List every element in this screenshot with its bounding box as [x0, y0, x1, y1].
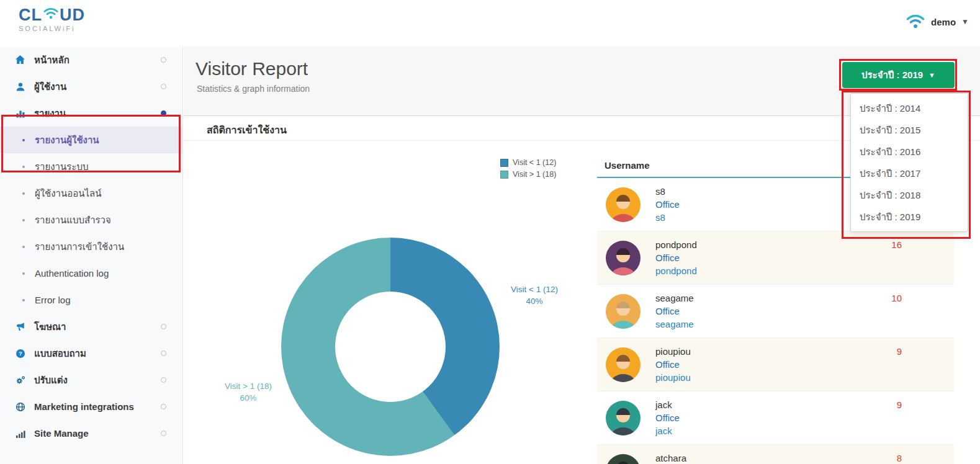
year-dropdown-menu: ประจำปี : 2014 ประจำปี : 2015 ประจำปี : … [850, 93, 968, 232]
sidebar-subitem-user-report[interactable]: รายงานผู้ใช้งาน [0, 127, 182, 153]
year-option-2016[interactable]: ประจำปี : 2016 [851, 141, 968, 163]
sidebar-subitem-label: รายงานผู้ใช้งาน [35, 133, 99, 148]
sidebar-item-questionnaire[interactable]: ? แบบสอบถาม [0, 340, 182, 367]
radio-indicator-icon [161, 84, 166, 89]
table-row[interactable]: pioupiou Office pioupiou 9 [597, 338, 954, 391]
avatar [606, 454, 641, 464]
sidebar-subitem-error-log[interactable]: Error log [0, 287, 182, 313]
row-count: 9 [897, 346, 902, 357]
row-name: pioupiou [655, 345, 691, 358]
bullet-icon [22, 299, 25, 301]
radio-indicator-icon [161, 404, 166, 409]
sidebar-item-label: หน้าหลัก [34, 53, 70, 68]
user-menu[interactable]: demo ▼ [906, 12, 969, 31]
svg-text:?: ? [19, 350, 22, 357]
chevron-down-icon: ▼ [961, 17, 969, 26]
year-option-2014[interactable]: ประจำปี : 2014 [851, 97, 968, 119]
year-filter-label: ประจำปี : 2019 [861, 68, 923, 83]
radio-indicator-icon [161, 57, 166, 63]
avatar [606, 294, 641, 329]
avatar [606, 347, 641, 382]
row-name: seagame [655, 292, 694, 305]
row-org: Office [655, 411, 680, 424]
sidebar-item-label: ผู้ใช้งาน [34, 79, 66, 94]
radio-indicator-icon [161, 350, 166, 356]
row-name: jack [655, 398, 680, 411]
chart-legend: Visit < 1 (12) Visit > 1 (18) [500, 158, 556, 182]
slice-percent: 40% [497, 295, 572, 307]
table-row[interactable]: seagame Office seagame 10 [597, 285, 954, 338]
year-option-2019[interactable]: ประจำปี : 2019 [851, 206, 968, 228]
brand-logo[interactable]: CL UD SOCIALWiFi [19, 6, 85, 32]
signal-bars-icon [15, 428, 25, 439]
year-filter-button[interactable]: ประจำปี : 2019 ▼ [842, 62, 955, 88]
row-username: pondpond [655, 264, 697, 277]
sidebar-subitem-system-report[interactable]: รายงานระบบ [0, 153, 182, 180]
bullet-icon [22, 166, 25, 168]
avatar [606, 401, 641, 435]
legend-item: Visit > 1 (18) [500, 170, 556, 179]
slice-label-visit-gt1: Visit > 1 (18) 60% [214, 380, 283, 404]
sidebar-nav: หน้าหลัก ผู้ใช้งาน รายงาน รายงานผู้ใช้งา… [0, 47, 183, 464]
user-name: demo [931, 17, 956, 27]
row-name: atchara [655, 452, 686, 464]
sidebar-subitem-label: ผู้ใช้งานออนไลน์ [35, 186, 102, 201]
sidebar-item-reports[interactable]: รายงาน [0, 100, 182, 127]
sidebar-subitem-authentication-log[interactable]: Authentication log [0, 260, 182, 287]
sidebar-item-label: รายงาน [34, 106, 66, 121]
row-name: s8 [655, 185, 680, 198]
app-root: CL UD SOCIALWiFi d [0, 0, 980, 464]
sidebar-item-settings[interactable]: ปรับแต่ง [0, 367, 182, 393]
page-subtitle: Statistics & graph information [197, 84, 310, 94]
year-option-2018[interactable]: ประจำปี : 2018 [851, 184, 968, 206]
table-row[interactable]: atchara 8 [597, 445, 954, 464]
sidebar-item-home[interactable]: หน้าหลัก [0, 47, 182, 73]
logo-subtitle: SOCIALWiFi [19, 25, 85, 32]
radio-indicator-icon [161, 324, 166, 329]
radio-indicator-filled-icon [161, 110, 166, 116]
bar-chart-icon [15, 108, 25, 118]
row-username: s8 [655, 211, 680, 224]
sidebar-item-ads[interactable]: โฆษณา [0, 313, 182, 340]
sidebar-item-label: โฆษณา [34, 319, 66, 334]
megaphone-icon [15, 321, 25, 332]
bullet-icon [22, 139, 25, 141]
sidebar-subitem-online-users[interactable]: ผู้ใช้งานออนไลน์ [0, 180, 182, 207]
bullet-icon [22, 219, 25, 221]
sidebar-subitem-access-report[interactable]: รายงานการเข้าใช้งาน [0, 233, 182, 260]
top-header: CL UD SOCIALWiFi d [0, 0, 980, 47]
row-org: Office [655, 358, 691, 371]
sidebar-item-site-manage[interactable]: Site Manage [0, 420, 182, 447]
row-username: pioupiou [655, 371, 691, 384]
year-option-2017[interactable]: ประจำปี : 2017 [851, 163, 968, 184]
sidebar-subitem-label: Error log [35, 295, 71, 305]
globe-icon [15, 401, 25, 412]
avatar [606, 187, 641, 222]
wifi-status-icon [906, 12, 925, 31]
table-row[interactable]: jack Office jack 9 [597, 391, 954, 445]
row-username: seagame [655, 318, 694, 331]
slice-label-text: Visit > 1 (18) [214, 380, 283, 392]
row-count: 10 [891, 293, 902, 303]
row-org: Office [655, 305, 694, 318]
sidebar-item-users[interactable]: ผู้ใช้งาน [0, 73, 182, 100]
bullet-icon [22, 246, 25, 248]
page-title: Visitor Report [196, 58, 308, 79]
sidebar-item-marketing-integrations[interactable]: Marketing integrations [0, 393, 182, 420]
table-row[interactable]: pondpond Office pondpond 16 [597, 231, 954, 285]
bullet-icon [22, 272, 25, 275]
legend-swatch [500, 171, 508, 179]
row-org: Office [655, 251, 697, 264]
sidebar-subitem-survey-report[interactable]: รายงานแบบสำรวจ [0, 207, 182, 233]
sidebar-item-label: Site Manage [34, 428, 89, 439]
donut-chart [281, 238, 500, 456]
home-icon [15, 55, 25, 65]
slice-label-text: Visit < 1 (12) [497, 283, 572, 295]
bullet-icon [22, 192, 25, 195]
legend-label: Visit > 1 (18) [513, 170, 556, 179]
row-count: 16 [891, 239, 902, 250]
sidebar-subitem-label: Authentication log [35, 268, 109, 279]
sidebar-subitem-label: รายงานแบบสำรวจ [35, 213, 111, 228]
year-option-2015[interactable]: ประจำปี : 2015 [851, 119, 968, 141]
logo-text-end: UD [60, 6, 85, 24]
